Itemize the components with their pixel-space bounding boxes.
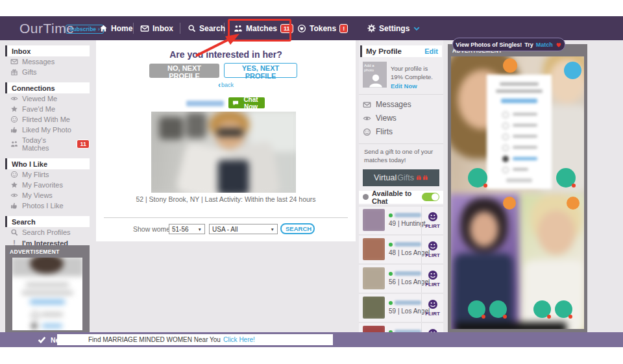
- sidebar-item-messages[interactable]: Messages: [5, 56, 90, 67]
- profile-completion-text: Your profile is 19% Complete. Edit Now: [391, 62, 439, 90]
- nav-inbox[interactable]: Inbox: [140, 16, 173, 40]
- flirt-button[interactable]: FLIRT: [421, 294, 443, 322]
- my-profile-header: My Profile Edit: [360, 45, 442, 57]
- match-info: 48 | Los Angel...: [389, 249, 421, 256]
- match-photo: [363, 209, 385, 231]
- nav-search[interactable]: Search: [188, 16, 225, 40]
- age-range-select[interactable]: 51-56: [169, 224, 205, 234]
- matches-count-badge: 11: [280, 24, 293, 33]
- ad-creative: [12, 258, 82, 330]
- profile-caption: 52 | Stony Brook, NY | Last Activity: Wi…: [96, 195, 356, 203]
- sidebar-item-my-views[interactable]: My Views: [5, 190, 90, 200]
- subscribe-button[interactable]: Subscribe ›: [66, 25, 104, 34]
- edit-now-link[interactable]: Edit Now: [391, 82, 417, 90]
- online-dot: [389, 301, 393, 305]
- top-nav-bar: OurTime Subscribe › Home Inbox Search Ma…: [0, 16, 623, 40]
- try-match-promo-button[interactable]: View Photos of Singles! Try Match: [452, 38, 565, 51]
- sidebar-item-todays-matches[interactable]: Today's Matches 11: [5, 135, 90, 153]
- sidebar-item-flirted-with-me[interactable]: Flirted With Me: [5, 114, 90, 125]
- sidebar-item-liked-my-photo[interactable]: Liked My Photo: [5, 125, 90, 135]
- match-photo: [363, 297, 385, 319]
- eye-icon: [10, 191, 18, 199]
- sidebar-item-photos-i-like[interactable]: Photos I Like: [5, 200, 90, 211]
- match-row[interactable]: 56 | Los Angel... FLIRT: [359, 265, 443, 294]
- interest-card: Are you interested in her? NO, NEXT PROF…: [96, 40, 356, 241]
- flirt-button[interactable]: FLIRT: [421, 323, 443, 332]
- region-select[interactable]: USA - All: [209, 224, 278, 234]
- eye-icon: [363, 114, 371, 123]
- match-row[interactable]: 59 | Los Angel... FLIRT: [359, 294, 443, 323]
- magnifier-icon: [188, 24, 196, 32]
- profile-link-messages[interactable]: Messages: [363, 98, 439, 112]
- no-next-profile-button[interactable]: NO, NEXT PROFILE: [149, 64, 219, 78]
- online-dot: [389, 243, 393, 247]
- left-sidebar: Inbox Messages Gifts Connections Viewed …: [5, 40, 90, 249]
- profile-link-flirts[interactable]: Flirts: [363, 125, 439, 139]
- yes-next-profile-button[interactable]: YES, NEXT PROFILE: [224, 63, 297, 78]
- flirt-button[interactable]: FLIRT: [421, 265, 443, 293]
- nav-settings[interactable]: Settings: [367, 16, 421, 40]
- sidebar-section-who-i-like: Who I Like: [5, 158, 90, 169]
- sidebar-item-viewed-me[interactable]: Viewed Me: [5, 93, 90, 104]
- click-here-link[interactable]: Click Here!: [223, 336, 255, 343]
- available-toggle[interactable]: [422, 193, 439, 201]
- nav-matches[interactable]: Matches 11: [234, 16, 293, 40]
- blurred-username: [395, 300, 421, 305]
- ad-creative: [451, 56, 584, 329]
- sidebar-item-faved-me[interactable]: Fave'd Me: [5, 104, 90, 114]
- match-info: 56 | Los Angel...: [389, 278, 421, 285]
- flirt-button[interactable]: FLIRT: [421, 206, 443, 234]
- ad-label: ADVERTISEMENT: [5, 245, 90, 255]
- gear-icon: [367, 24, 376, 32]
- left-ad-panel[interactable]: ADVERTISEMENT: [5, 245, 90, 332]
- available-to-chat-bar: Available to Chat: [359, 191, 443, 204]
- sidebar-item-gifts[interactable]: Gifts: [5, 67, 90, 77]
- profile-photo: [151, 112, 296, 193]
- eye-icon: [10, 95, 18, 103]
- edit-profile-link[interactable]: Edit: [424, 47, 438, 55]
- nav-tokens[interactable]: Tokens !: [297, 16, 348, 40]
- match-row[interactable]: 49 | Huntingt... FLIRT: [359, 206, 443, 236]
- blurred-username: [395, 242, 421, 247]
- sidebar-item-my-favorites[interactable]: My Favorites: [5, 180, 90, 190]
- ad-circle-button: [567, 197, 580, 210]
- search-button[interactable]: SEARCH: [280, 223, 315, 234]
- speech-bubble-icon: [232, 100, 239, 106]
- sidebar-section-inbox: Inbox: [5, 45, 90, 56]
- match-info: 59 | Los Angel...: [389, 308, 421, 315]
- chat-now-button[interactable]: Chat Now: [228, 97, 265, 108]
- blurred-username: [395, 271, 421, 276]
- divider: [104, 217, 348, 218]
- match-row[interactable]: 48 | Los Angel... FLIRT: [359, 236, 443, 265]
- nav-separator: [289, 23, 290, 34]
- nav-separator: [133, 23, 134, 34]
- thumb-up-icon: [10, 202, 18, 210]
- sidebar-item-my-flirts[interactable]: My Flirts: [5, 169, 90, 180]
- footer-bar: Next Steps: Find MARRIAGE MINDED WOMEN N…: [0, 332, 623, 347]
- flirt-button[interactable]: FLIRT: [421, 236, 443, 263]
- avatar[interactable]: Add a photo: [363, 62, 387, 88]
- back-link[interactable]: back: [96, 80, 356, 90]
- right-ad-panel[interactable]: ADVERTISEMENT: [448, 44, 587, 332]
- ad-offer-card: [487, 75, 552, 189]
- match-row[interactable]: 54 | Glendale, ... FLIRT: [359, 323, 443, 332]
- smiley-icon: [10, 171, 18, 178]
- match-info: 49 | Huntingt...: [389, 220, 421, 227]
- match-photo: [363, 238, 385, 260]
- nav-home[interactable]: Home: [99, 16, 132, 40]
- virtualgifts-banner[interactable]: Virtual Gifts: [363, 169, 439, 186]
- sidebar-section-search: Search: [5, 216, 90, 227]
- sidebar-item-search-profiles[interactable]: Search Profiles: [5, 227, 90, 237]
- gift-prompt: Send a gift to one of your matches today…: [359, 144, 443, 167]
- online-dot: [389, 213, 393, 217]
- show-women-label: Show women: [133, 225, 174, 233]
- heart-icon: [556, 42, 562, 48]
- smiley-icon: [428, 270, 438, 280]
- question-heading: Are you interested in her?: [96, 49, 356, 60]
- gift-icon: [10, 68, 18, 76]
- footer-message: Find MARRIAGE MINDED WOMEN Near You: [88, 336, 221, 343]
- profile-link-views[interactable]: Views: [363, 112, 439, 125]
- ourtime-page: OurTime Subscribe › Home Inbox Search Ma…: [0, 0, 623, 364]
- blurred-photo-content: [151, 112, 296, 193]
- chevron-down-icon: [413, 25, 421, 32]
